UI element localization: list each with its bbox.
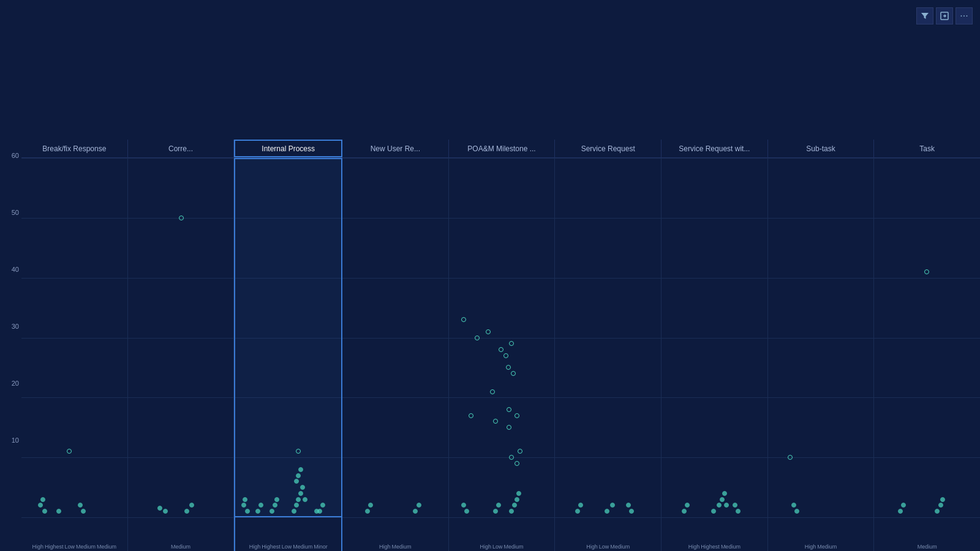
data-dot [685,503,690,508]
col-header-task[interactable]: Task [874,140,980,157]
filter-button[interactable] [916,7,933,24]
col-dividers [21,158,980,517]
col-header-poam[interactable]: POA&M Milestone ... [449,140,556,157]
data-dot [365,509,370,514]
data-dot [509,509,514,514]
col-header-sub-task[interactable]: Sub-task [768,140,875,157]
data-dot [273,503,277,508]
more-button[interactable]: ··· [956,7,973,24]
col-header-corre[interactable]: Corre... [128,140,235,157]
y-label-10: 10 [12,437,19,444]
x-col-poam: High Low Medium [449,517,556,551]
x-label: Medium [171,544,190,550]
x-col-break-fix: High Highest Low Medium Medium [21,517,128,551]
data-dot [503,353,508,358]
grid-area [21,158,980,517]
data-dot [300,485,305,490]
data-dot [578,503,583,508]
col-header-service-req-wit[interactable]: Service Request wit... [662,140,768,157]
data-dot [610,503,615,508]
x-label: Highest [45,544,64,550]
col-div-service-req-wit [662,158,768,517]
col-div-break-fix [21,158,128,517]
data-dot [518,449,522,454]
data-dot [791,503,796,508]
x-label: High [249,544,261,550]
data-dot [461,317,466,322]
y-axis: 60 50 40 30 20 10 0 [0,152,21,501]
col-div-sub-task [768,158,875,517]
data-dot [493,419,498,424]
data-dot [241,503,246,508]
data-dot [938,503,943,508]
data-dot [469,413,473,418]
data-dot [258,503,263,508]
col-header-new-user[interactable]: New User Re... [342,140,449,157]
x-label: High [805,544,816,550]
y-label-50: 50 [12,209,19,216]
data-dot [717,503,722,508]
col-div-service-req [555,158,662,517]
data-dot [506,365,511,370]
data-dot [475,335,480,340]
data-dot [901,503,906,508]
x-label: Highest [701,544,720,550]
x-label: Medium [918,544,937,550]
col-div-internal-process [234,158,342,517]
x-label: Low [492,544,503,550]
x-label: High [32,544,44,550]
x-label: Minor [314,544,328,550]
data-dot [179,216,184,220]
col-div-corre [128,158,235,517]
y-label-40: 40 [12,266,19,273]
data-dot [163,509,168,514]
data-dot [736,509,741,514]
x-label: Medium [293,544,312,550]
col-headers: Break/fix Response Corre... Internal Pro… [21,140,980,158]
col-header-break-fix[interactable]: Break/fix Response [21,140,128,157]
data-dot [189,503,194,508]
x-label: Medium [610,544,630,550]
col-header-service-req[interactable]: Service Request [555,140,662,157]
data-dot [490,389,495,394]
data-dot [296,449,301,454]
y-label-30: 30 [12,323,19,330]
top-area: ··· [0,0,980,140]
data-dot [575,509,580,514]
x-label: Medium [504,544,524,550]
data-dot [507,407,511,412]
x-label: High [480,544,492,550]
col-header-internal-process[interactable]: Internal Process [234,140,342,157]
col-div-task [874,158,980,517]
data-dot [243,497,247,502]
data-dot [464,509,469,514]
y-label-20: 20 [12,380,19,387]
x-label: High [688,544,700,550]
chart-area: 60 50 40 30 20 10 0 Break/fix Response C… [0,140,980,551]
data-dot [493,509,498,514]
data-dot [507,425,511,430]
x-label: Highest [262,544,281,550]
x-col-corre: Medium [128,517,235,551]
data-dot [626,503,631,508]
share-button[interactable] [936,7,953,24]
data-dot [274,497,279,502]
data-dot [514,497,519,502]
data-dot [898,509,903,514]
data-dot [78,503,83,508]
data-dot [486,329,491,334]
data-dot [320,503,325,508]
x-col-service-req: High Low Medium [555,517,662,551]
data-dot [629,509,634,514]
data-dot [940,497,945,502]
x-label: Medium [817,544,837,550]
data-dot [935,509,940,514]
y-label-60: 60 [12,152,19,159]
x-col-task: Medium [874,517,980,551]
data-dot [516,491,521,496]
data-dot [794,509,799,514]
data-dot [245,509,250,514]
x-label: Medium [721,544,741,550]
data-dot [924,269,929,274]
data-dot [298,491,303,496]
